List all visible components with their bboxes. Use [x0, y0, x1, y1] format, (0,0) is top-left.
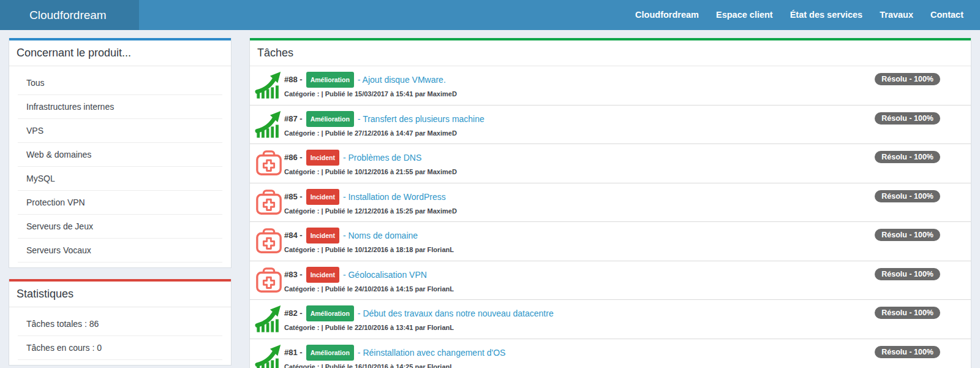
nav-item-etat-des-services[interactable]: État des services	[782, 0, 872, 30]
sidebar: Concernant le produit... Tous Infrastruc…	[9, 38, 232, 368]
content: Concernant le produit... Tous Infrastruc…	[0, 30, 980, 368]
navbar: Cloudfordream Cloudfordream Espace clien…	[0, 0, 980, 30]
task-meta: Catégorie : | Publié le 24/10/2016 à 14:…	[284, 285, 454, 293]
status-badge: Résolu - 100%	[875, 112, 940, 125]
task-type-badge: Amélioration	[306, 111, 354, 127]
medkit-icon	[255, 149, 283, 177]
task-id: #86 -	[284, 151, 303, 164]
stat-taches-totales: Tâches totales : 86	[18, 312, 222, 336]
tasks-panel: Tâches #88 - Amélioration - Ajout disque…	[249, 38, 971, 368]
status-badge: Résolu - 100%	[875, 346, 940, 358]
main-column: Tâches #88 - Amélioration - Ajout disque…	[249, 38, 971, 368]
task-type-badge: Incident	[306, 267, 339, 283]
task-title-link[interactable]: - Installation de WordPress	[343, 191, 446, 203]
task-meta: Catégorie : | Publié le 27/12/2016 à 14:…	[284, 129, 484, 137]
nav-item-cloudfordream[interactable]: Cloudfordream	[627, 0, 707, 30]
task-type-badge: Amélioration	[306, 345, 354, 361]
products-panel-title: Concernant le produit...	[9, 40, 231, 66]
status-badge: Résolu - 100%	[875, 190, 940, 202]
sidebar-item-protection-vpn[interactable]: Protection VPN	[18, 191, 222, 215]
task-type-badge: Incident	[306, 228, 339, 243]
stats-panel: Statistiques Tâches totales : 86 Tâches …	[9, 279, 232, 366]
task-title-link[interactable]: - Réinstallation avec changement d'OS	[358, 347, 506, 359]
sidebar-item-serveurs-de-jeux[interactable]: Serveurs de Jeux	[18, 215, 222, 239]
growth-chart-icon	[255, 344, 283, 368]
task-title-link[interactable]: - Début des travaux dans notre nouveau d…	[358, 307, 554, 320]
growth-chart-icon	[255, 110, 283, 139]
stats-panel-title: Statistiques	[9, 282, 231, 307]
stats-list: Tâches totales : 86 Tâches en cours : 0	[9, 307, 231, 365]
task-row: #84 - Incident - Noms de domaine Catégor…	[250, 222, 971, 261]
products-panel: Concernant le produit... Tous Infrastruc…	[9, 38, 232, 268]
stat-taches-en-cours: Tâches en cours : 0	[18, 336, 222, 360]
task-meta: Catégorie : | Publié le 16/10/2016 à 14:…	[284, 363, 505, 368]
task-meta: Catégorie : | Publié le 15/03/2017 à 15:…	[284, 90, 457, 98]
task-title-link[interactable]: - Transfert des plusieurs machine	[358, 113, 484, 125]
growth-chart-icon	[255, 305, 283, 333]
sidebar-item-web-domaines[interactable]: Web & domaines	[18, 143, 222, 167]
sidebar-item-mysql[interactable]: MySQL	[18, 167, 222, 191]
task-id: #85 -	[284, 191, 303, 203]
nav-item-contact[interactable]: Contact	[922, 0, 972, 30]
task-id: #83 -	[284, 269, 303, 281]
task-type-badge: Amélioration	[306, 72, 354, 88]
task-title-link[interactable]: - Problèmes de DNS	[343, 151, 421, 164]
task-type-badge: Incident	[306, 150, 339, 166]
sidebar-item-infrastructures-internes[interactable]: Infrastructures internes	[18, 95, 222, 119]
status-badge: Résolu - 100%	[875, 268, 940, 280]
task-list: #88 - Amélioration - Ajout disque VMware…	[250, 66, 971, 368]
nav-item-espace-client[interactable]: Espace client	[707, 0, 782, 30]
nav-item-travaux[interactable]: Travaux	[871, 0, 922, 30]
main-nav: Cloudfordream Espace client État des ser…	[627, 0, 980, 30]
task-row: #82 - Amélioration - Début des travaux d…	[250, 300, 971, 339]
task-row: #85 - Incident - Installation de WordPre…	[250, 183, 971, 223]
task-row: #86 - Incident - Problèmes de DNS Catégo…	[250, 144, 971, 183]
medkit-icon	[255, 227, 283, 255]
task-id: #81 -	[284, 347, 303, 359]
task-row: #87 - Amélioration - Transfert des plusi…	[250, 105, 971, 145]
task-title-link[interactable]: - Ajout disque VMware.	[358, 74, 446, 86]
sidebar-item-tous[interactable]: Tous	[18, 71, 222, 95]
status-badge: Résolu - 100%	[875, 229, 940, 241]
sidebar-item-vps[interactable]: VPS	[18, 119, 222, 143]
brand[interactable]: Cloudfordream	[0, 0, 139, 30]
task-type-badge: Incident	[306, 189, 339, 205]
task-row: #81 - Amélioration - Réinstallation avec…	[250, 339, 971, 368]
products-list: Tous Infrastructures internes VPS Web & …	[9, 66, 231, 267]
task-title-link[interactable]: - Noms de domaine	[343, 229, 418, 242]
task-id: #87 -	[284, 113, 303, 125]
medkit-icon	[255, 188, 283, 217]
status-badge: Résolu - 100%	[875, 151, 940, 163]
status-badge: Résolu - 100%	[875, 73, 940, 85]
task-meta: Catégorie : | Publié le 22/10/2016 à 13:…	[284, 324, 554, 331]
task-row: #88 - Amélioration - Ajout disque VMware…	[250, 66, 971, 105]
task-id: #84 -	[284, 229, 303, 242]
growth-chart-icon	[255, 71, 283, 99]
tasks-panel-title: Tâches	[250, 40, 971, 66]
medkit-icon	[255, 266, 283, 294]
task-row: #83 - Incident - Géolocalisation VPN Cat…	[250, 261, 971, 301]
task-id: #82 -	[284, 307, 303, 320]
task-meta: Catégorie : | Publié le 12/12/2016 à 15:…	[284, 207, 457, 215]
task-meta: Catégorie : | Publié le 10/12/2016 à 18:…	[284, 246, 454, 253]
sidebar-item-serveurs-vocaux[interactable]: Serveurs Vocaux	[18, 239, 222, 263]
status-badge: Résolu - 100%	[875, 307, 940, 319]
task-meta: Catégorie : | Publié le 10/12/2016 à 21:…	[284, 168, 457, 175]
task-id: #88 -	[284, 74, 303, 86]
task-title-link[interactable]: - Géolocalisation VPN	[343, 269, 427, 281]
task-type-badge: Amélioration	[306, 305, 354, 321]
